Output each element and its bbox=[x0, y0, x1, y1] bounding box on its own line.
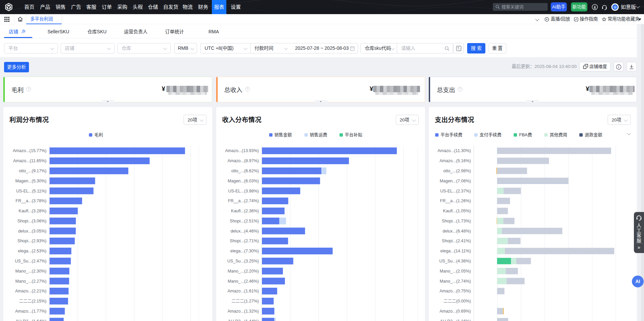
svg-text:US-EL...(3.98%): US-EL...(3.98%) bbox=[228, 189, 259, 193]
svg-text:US_Su...(3.25%): US_Su...(3.25%) bbox=[227, 259, 259, 263]
svg-text:AU-R2...(1.44%): AU-R2...(1.44%) bbox=[228, 319, 259, 321]
svg-text:Shopi...(2.93%): Shopi...(2.93%) bbox=[18, 239, 46, 243]
svg-text:AU-R2...(1.16%): AU-R2...(1.16%) bbox=[440, 319, 471, 321]
svg-text:二二二(1.27%): 二二二(1.27%) bbox=[231, 299, 259, 304]
svg-text:Amazo...(1.32%): Amazo...(1.32%) bbox=[227, 309, 259, 314]
svg-text:Kaufl...(2.36%): Kaufl...(2.36%) bbox=[231, 209, 259, 213]
svg-text:二二二(2.15%): 二二二(2.15%) bbox=[19, 299, 46, 304]
svg-text:二二二(0.00%): 二二二(0.00%) bbox=[444, 299, 471, 304]
svg-text:Mano_...(2.74%): Mano_...(2.74%) bbox=[440, 279, 471, 284]
svg-text:Shopi...(2.71%): Shopi...(2.71%) bbox=[230, 239, 259, 243]
svg-text:Amazo...(11.65%): Amazo...(11.65%) bbox=[13, 158, 46, 163]
svg-text:Shopi...(1.73%): Shopi...(1.73%) bbox=[442, 219, 471, 223]
svg-text:Amazo...(11.30%): Amazo...(11.30%) bbox=[438, 148, 471, 153]
svg-text:Amazo...(0.69%): Amazo...(0.69%) bbox=[440, 309, 471, 314]
svg-text:Amazo...(15.77%): Amazo...(15.77%) bbox=[13, 148, 46, 153]
svg-text:Mano_...(2.20%): Mano_...(2.20%) bbox=[228, 269, 259, 274]
svg-text:Shopi...(3.06%): Shopi...(3.06%) bbox=[18, 219, 46, 223]
svg-text:Amazo...(0.75%): Amazo...(0.75%) bbox=[440, 289, 471, 293]
svg-text:Shopi...(2.41%): Shopi...(2.41%) bbox=[442, 239, 471, 243]
svg-text:otto_...(2.98%): otto_...(2.98%) bbox=[443, 169, 471, 173]
svg-text:Amazo...(5.16%): Amazo...(5.16%) bbox=[440, 158, 471, 163]
svg-text:FR__a...(3.78%): FR__a...(3.78%) bbox=[15, 199, 46, 203]
svg-text:otto_...(6.62%): otto_...(6.62%) bbox=[231, 169, 259, 173]
svg-text:AU-R2...(1.64%): AU-R2...(1.64%) bbox=[15, 319, 46, 321]
svg-text:Amazo...(1.77%): Amazo...(1.77%) bbox=[15, 309, 46, 314]
svg-text:delux...(3.05%): delux...(3.05%) bbox=[18, 229, 46, 234]
svg-text:Amazo...(1.61%): Amazo...(1.61%) bbox=[227, 289, 259, 293]
svg-text:Kaufl...(1.05%): Kaufl...(1.05%) bbox=[443, 209, 471, 213]
svg-text:Amazo...(8.97%): Amazo...(8.97%) bbox=[227, 158, 259, 163]
svg-text:US_Su...(2.47%): US_Su...(2.47%) bbox=[15, 259, 46, 263]
svg-text:otto_...(9.17%): otto_...(9.17%) bbox=[19, 169, 46, 173]
svg-text:Magen...(5.30%): Magen...(5.30%) bbox=[15, 179, 46, 183]
svg-text:FR__a...(1.26%): FR__a...(1.26%) bbox=[440, 199, 471, 203]
svg-text:elega...(14.11%): elega...(14.11%) bbox=[440, 249, 471, 253]
svg-text:Mano_...(2.30%): Mano_...(2.30%) bbox=[15, 269, 46, 274]
svg-text:elega...(7.30%): elega...(7.30%) bbox=[230, 249, 259, 253]
svg-text:Mano_...(2.27%): Mano_...(2.27%) bbox=[15, 279, 46, 284]
svg-text:delux...(6.48%): delux...(6.48%) bbox=[443, 229, 471, 234]
svg-text:Mano_...(2.46%): Mano_...(2.46%) bbox=[228, 279, 259, 284]
svg-text:Mano_...(2.05%): Mano_...(2.05%) bbox=[440, 269, 471, 274]
svg-text:elega...(2.53%): elega...(2.53%) bbox=[18, 249, 46, 253]
svg-text:US-EL...(2.37%): US-EL...(2.37%) bbox=[440, 189, 471, 193]
svg-text:Shopi...(2.51%): Shopi...(2.51%) bbox=[230, 219, 259, 223]
svg-text:FR__a...(2.74%): FR__a...(2.74%) bbox=[228, 199, 259, 203]
svg-text:Magen...(6.03%): Magen...(6.03%) bbox=[228, 179, 259, 183]
svg-text:Magen...(7.06%): Magen...(7.06%) bbox=[440, 179, 471, 183]
svg-text:delux...(4.46%): delux...(4.46%) bbox=[230, 229, 259, 234]
svg-text:US_Su...(4.36%): US_Su...(4.36%) bbox=[439, 259, 471, 263]
svg-text:Kaufl...(3.28%): Kaufl...(3.28%) bbox=[19, 209, 46, 213]
svg-text:US-EL...(5.11%): US-EL...(5.11%) bbox=[16, 189, 46, 193]
svg-text:Amazo...(13.93%): Amazo...(13.93%) bbox=[225, 148, 259, 153]
svg-text:Amazo...(2.21%): Amazo...(2.21%) bbox=[15, 289, 46, 293]
